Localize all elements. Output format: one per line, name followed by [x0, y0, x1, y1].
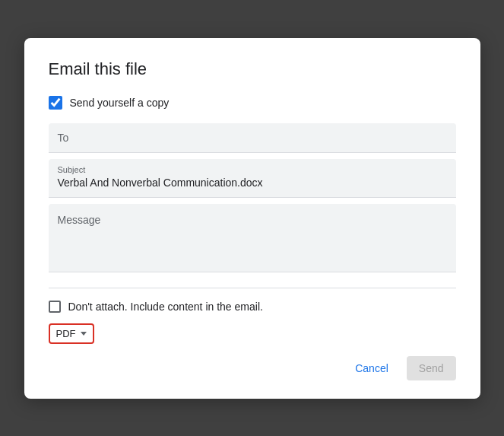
cancel-button[interactable]: Cancel [343, 356, 401, 380]
chevron-down-icon [81, 332, 87, 336]
send-copy-row: Send yourself a copy [49, 96, 456, 110]
email-dialog: Email this file Send yourself a copy To … [24, 38, 480, 399]
send-copy-label: Send yourself a copy [70, 97, 170, 109]
subject-label: Subject [58, 165, 447, 174]
message-placeholder: Message [58, 214, 101, 226]
divider [49, 288, 456, 288]
to-field-wrapper[interactable]: To [49, 123, 456, 153]
dialog-footer: Cancel Send [49, 356, 456, 380]
modal-overlay: Email this file Send yourself a copy To … [0, 0, 504, 436]
subject-field-wrapper[interactable]: Subject Verbal And Nonverbal Communicati… [49, 159, 456, 198]
fields-container: To Subject Verbal And Nonverbal Communic… [49, 123, 456, 275]
to-placeholder: To [58, 132, 69, 144]
subject-value: Verbal And Nonverbal Communication.docx [58, 177, 263, 189]
message-field-wrapper[interactable]: Message [49, 204, 456, 272]
pdf-label: PDF [56, 328, 76, 339]
pdf-dropdown-button[interactable]: PDF [49, 323, 94, 344]
dont-attach-label: Don't attach. Include content in the ema… [68, 301, 263, 313]
dialog-title: Email this file [49, 59, 456, 79]
send-copy-checkbox[interactable] [49, 96, 62, 110]
dont-attach-row: Don't attach. Include content in the ema… [49, 301, 456, 313]
dont-attach-checkbox[interactable] [49, 301, 61, 313]
send-button[interactable]: Send [407, 356, 456, 380]
